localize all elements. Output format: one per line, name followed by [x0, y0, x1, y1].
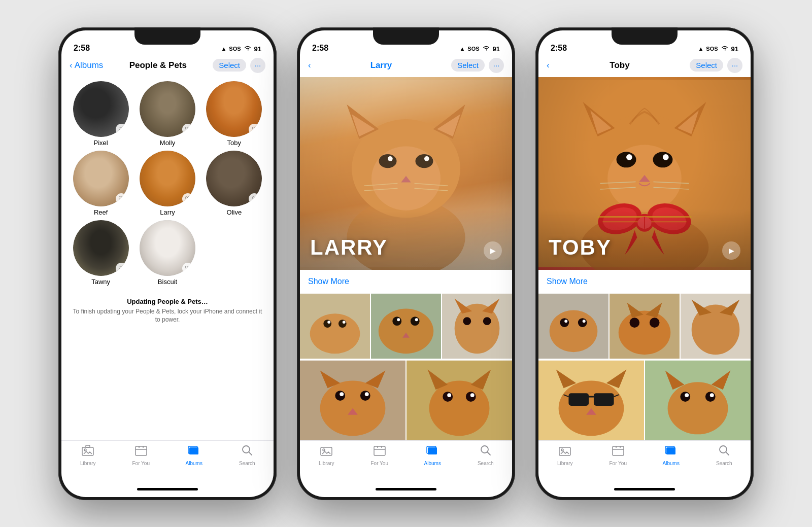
photo-toby-4[interactable]: [538, 360, 644, 440]
tab-albums-label-3: Albums: [663, 461, 680, 466]
content-1: ♡ Pixel ♡ Molly ♡ Toby: [61, 77, 274, 440]
select-button-3[interactable]: Select: [690, 59, 723, 72]
avatar-olive: ♡: [206, 151, 262, 206]
nav-title-3: Toby: [610, 60, 629, 71]
heart-pixel: ♡: [116, 124, 127, 135]
tab-library-1[interactable]: Library: [61, 445, 115, 466]
select-button-2[interactable]: Select: [451, 59, 485, 72]
albums-icon-3: [665, 445, 677, 459]
tab-foryou-label-1: For You: [132, 461, 150, 466]
photo-larry-3[interactable]: [442, 293, 512, 359]
svg-point-9: [352, 119, 460, 218]
search-icon-3: [719, 445, 730, 459]
svg-marker-13: [437, 114, 460, 136]
person-pixel[interactable]: ♡ Pixel: [70, 81, 132, 147]
phone-1: 2:58 ▲ SOS 91 ‹ Albums People &: [58, 27, 277, 500]
svg-point-88: [600, 203, 639, 233]
svg-point-130: [561, 449, 563, 451]
svg-rect-131: [613, 446, 624, 455]
avatar-larry: ♡: [140, 151, 195, 206]
tab-library-label-1: Library: [80, 461, 96, 466]
library-icon-2: [320, 445, 332, 459]
name-pixel: Pixel: [94, 139, 108, 147]
svg-point-60: [470, 393, 475, 397]
svg-line-83: [653, 182, 689, 183]
tab-search-1[interactable]: Search: [221, 445, 274, 466]
nav-bar-3: ‹ Toby Select ···: [538, 56, 751, 77]
more-button-1[interactable]: ···: [250, 58, 265, 73]
svg-line-21: [364, 188, 397, 191]
svg-rect-63: [374, 446, 385, 455]
photo-larry-5[interactable]: [407, 360, 512, 440]
svg-point-85: [636, 214, 654, 231]
name-olive: Olive: [227, 208, 242, 216]
heart-larry: ♡: [182, 193, 193, 204]
foryou-icon-2: [374, 445, 386, 459]
avatar-reef: ♡: [73, 151, 129, 206]
photo-larry-4[interactable]: [300, 360, 405, 440]
library-icon: [82, 445, 94, 459]
status-time-2: 2:58: [312, 44, 328, 53]
show-more-toby[interactable]: Show More: [538, 270, 751, 293]
person-larry[interactable]: ♡ Larry: [136, 151, 198, 216]
svg-point-128: [710, 393, 714, 397]
play-button-larry[interactable]: ▶: [484, 241, 502, 260]
svg-point-75: [607, 145, 682, 212]
photo-toby-3[interactable]: [681, 293, 751, 359]
more-button-2[interactable]: ···: [489, 58, 504, 73]
tab-albums-1[interactable]: Albums: [167, 445, 221, 466]
photo-toby-5[interactable]: [645, 360, 751, 440]
svg-marker-71: [583, 102, 615, 136]
tab-albums-2[interactable]: Albums: [406, 445, 459, 466]
tab-search-2[interactable]: Search: [459, 445, 513, 466]
home-indicator-3: [538, 482, 751, 497]
avatar-toby: ♡: [206, 81, 262, 137]
person-biscuit[interactable]: ♡ Biscuit: [136, 220, 198, 286]
library-icon-3: [559, 445, 571, 459]
tab-albums-3[interactable]: Albums: [645, 445, 698, 466]
nav-actions-3: Select ···: [690, 58, 742, 73]
phone-3: 2:58 ▲ SOS 91 ‹ Toby Sel: [535, 27, 754, 500]
location-icon-2: ▲: [459, 46, 465, 52]
play-button-toby[interactable]: ▶: [722, 241, 740, 260]
svg-marker-74: [678, 110, 699, 134]
back-button-2[interactable]: ‹: [308, 60, 311, 71]
photo-larry-1[interactable]: [300, 293, 370, 359]
status-time-3: 2:58: [551, 44, 567, 53]
photo-toby-2[interactable]: [610, 293, 680, 359]
show-more-larry[interactable]: Show More: [300, 270, 512, 293]
svg-point-100: [583, 320, 586, 323]
tab-library-3[interactable]: Library: [538, 445, 592, 466]
person-molly[interactable]: ♡ Molly: [136, 81, 198, 147]
back-button-1[interactable]: ‹ Albums: [70, 60, 103, 71]
svg-point-43: [483, 317, 491, 325]
name-reef: Reef: [94, 208, 108, 216]
person-olive[interactable]: ♡ Olive: [203, 151, 265, 216]
person-toby[interactable]: ♡ Toby: [203, 81, 265, 147]
svg-point-126: [705, 392, 716, 402]
svg-rect-129: [559, 447, 570, 455]
svg-rect-116: [594, 393, 614, 406]
svg-point-106: [650, 318, 660, 328]
tab-foryou-2[interactable]: For You: [353, 445, 407, 466]
name-larry: Larry: [160, 208, 175, 216]
more-button-3[interactable]: ···: [727, 58, 742, 73]
search-icon-2: [480, 445, 491, 459]
svg-point-86: [638, 217, 650, 228]
tab-foryou-1[interactable]: For You: [115, 445, 168, 466]
heart-reef: ♡: [116, 193, 127, 204]
back-button-3[interactable]: ‹: [547, 60, 550, 71]
larry-hero-name: LARRY: [310, 235, 388, 260]
photo-toby-1[interactable]: [538, 293, 608, 359]
person-reef[interactable]: ♡ Reef: [70, 151, 132, 216]
select-button-1[interactable]: Select: [213, 59, 246, 72]
tab-library-2[interactable]: Library: [300, 445, 353, 466]
svg-rect-6: [189, 447, 198, 454]
tab-search-3[interactable]: Search: [698, 445, 751, 466]
svg-point-33: [392, 317, 401, 326]
tab-search-label-2: Search: [478, 461, 494, 466]
battery-text: 91: [254, 45, 261, 53]
photo-larry-2[interactable]: [371, 293, 441, 359]
tab-foryou-3[interactable]: For You: [592, 445, 645, 466]
person-tawny[interactable]: ♡ Tawny: [70, 220, 132, 286]
